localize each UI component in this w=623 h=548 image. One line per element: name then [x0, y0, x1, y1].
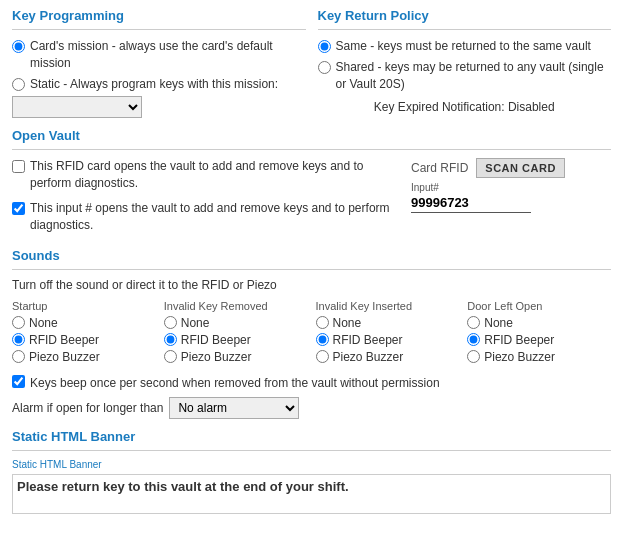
sound-startup-title: Startup: [12, 300, 156, 312]
sound-col-invalid-removed: Invalid Key Removed None RFID Beeper Pie…: [164, 300, 308, 367]
ikr-none-row: None: [164, 316, 308, 330]
dlo-rfid-label: RFID Beeper: [484, 333, 554, 347]
static-html-banner-title: Static HTML Banner: [12, 429, 611, 444]
keys-beep-row: Keys beep once per second when removed f…: [12, 375, 611, 392]
open-vault-section: Open Vault This RFID card opens the vaul…: [12, 128, 611, 237]
iki-rfid-label: RFID Beeper: [333, 333, 403, 347]
key-return-option2-row: Shared - keys may be returned to any vau…: [318, 59, 612, 93]
ikr-piezo-radio[interactable]: [164, 350, 177, 363]
ikr-rfid-label: RFID Beeper: [181, 333, 251, 347]
open-vault-checkbox2-row: This input # opens the vault to add and …: [12, 200, 395, 234]
open-vault-checkbox1[interactable]: [12, 160, 25, 173]
startup-rfid-label: RFID Beeper: [29, 333, 99, 347]
key-return-radio1[interactable]: [318, 40, 331, 53]
open-vault-title: Open Vault: [12, 128, 611, 143]
sounds-title: Sounds: [12, 248, 611, 263]
iki-piezo-radio[interactable]: [316, 350, 329, 363]
key-programming-option2-row: Static - Always program keys with this m…: [12, 76, 306, 93]
card-rfid-area: Card RFID SCAN CARD Input#: [411, 158, 611, 213]
sound-invalid-removed-title: Invalid Key Removed: [164, 300, 308, 312]
sound-col-invalid-inserted: Invalid Key Inserted None RFID Beeper Pi…: [316, 300, 460, 367]
iki-none-row: None: [316, 316, 460, 330]
startup-piezo-radio[interactable]: [12, 350, 25, 363]
banner-sub-label: Static HTML Banner: [12, 459, 611, 470]
banner-textarea[interactable]: Please return key to this vault at the e…: [12, 474, 611, 514]
startup-none-radio[interactable]: [12, 316, 25, 329]
rfid-value-input[interactable]: [411, 193, 531, 213]
dlo-none-label: None: [484, 316, 513, 330]
ikr-rfid-row: RFID Beeper: [164, 333, 308, 347]
dlo-none-radio[interactable]: [467, 316, 480, 329]
ikr-rfid-radio[interactable]: [164, 333, 177, 346]
iki-piezo-row: Piezo Buzzer: [316, 350, 460, 364]
dlo-none-row: None: [467, 316, 611, 330]
sound-door-open-title: Door Left Open: [467, 300, 611, 312]
dlo-rfid-row: RFID Beeper: [467, 333, 611, 347]
sound-invalid-inserted-title: Invalid Key Inserted: [316, 300, 460, 312]
ikr-piezo-label: Piezo Buzzer: [181, 350, 252, 364]
key-programming-label2: Static - Always program keys with this m…: [30, 76, 278, 93]
keys-beep-checkbox[interactable]: [12, 375, 25, 388]
ikr-piezo-row: Piezo Buzzer: [164, 350, 308, 364]
dlo-piezo-row: Piezo Buzzer: [467, 350, 611, 364]
key-programming-section: Key Programming Card's mission - always …: [12, 8, 306, 118]
iki-rfid-radio[interactable]: [316, 333, 329, 346]
key-programming-title: Key Programming: [12, 8, 306, 23]
key-programming-option1-row: Card's mission - always use the card's d…: [12, 38, 306, 72]
startup-none-label: None: [29, 316, 58, 330]
startup-rfid-row: RFID Beeper: [12, 333, 156, 347]
keys-beep-label: Keys beep once per second when removed f…: [30, 375, 440, 392]
rfid-sub-label: Input#: [411, 182, 611, 193]
static-dropdown-row: [12, 96, 306, 118]
open-vault-checkbox1-row: This RFID card opens the vault to add an…: [12, 158, 395, 192]
key-return-option1-row: Same - keys must be returned to the same…: [318, 38, 612, 55]
alarm-select[interactable]: No alarm: [169, 397, 299, 419]
alarm-row: Alarm if open for longer than No alarm: [12, 397, 611, 419]
startup-none-row: None: [12, 316, 156, 330]
open-vault-right: Card RFID SCAN CARD Input#: [411, 158, 611, 237]
sound-col-startup: Startup None RFID Beeper Piezo Buzzer: [12, 300, 156, 367]
key-return-label2: Shared - keys may be returned to any vau…: [336, 59, 612, 93]
key-programming-radio1[interactable]: [12, 40, 25, 53]
key-expired-notification: Key Expired Notification: Disabled: [318, 100, 612, 114]
static-mission-select[interactable]: [12, 96, 142, 118]
open-vault-label1: This RFID card opens the vault to add an…: [30, 158, 395, 192]
open-vault-checkbox2[interactable]: [12, 202, 25, 215]
ikr-none-radio[interactable]: [164, 316, 177, 329]
dlo-piezo-radio[interactable]: [467, 350, 480, 363]
ikr-none-label: None: [181, 316, 210, 330]
iki-rfid-row: RFID Beeper: [316, 333, 460, 347]
startup-piezo-label: Piezo Buzzer: [29, 350, 100, 364]
sound-col-door-open: Door Left Open None RFID Beeper Piezo Bu…: [467, 300, 611, 367]
key-return-label1: Same - keys must be returned to the same…: [336, 38, 591, 55]
rfid-input-area: Input#: [411, 182, 611, 213]
card-rfid-label: Card RFID: [411, 161, 468, 175]
dlo-piezo-label: Piezo Buzzer: [484, 350, 555, 364]
key-return-policy-section: Key Return Policy Same - keys must be re…: [318, 8, 612, 118]
alarm-label: Alarm if open for longer than: [12, 401, 163, 415]
iki-none-radio[interactable]: [316, 316, 329, 329]
key-return-policy-title: Key Return Policy: [318, 8, 612, 23]
iki-none-label: None: [333, 316, 362, 330]
startup-piezo-row: Piezo Buzzer: [12, 350, 156, 364]
static-html-banner-section: Static HTML Banner Static HTML Banner Pl…: [12, 429, 611, 517]
card-rfid-label-row: Card RFID SCAN CARD: [411, 158, 611, 178]
open-vault-label2: This input # opens the vault to add and …: [30, 200, 395, 234]
startup-rfid-radio[interactable]: [12, 333, 25, 346]
key-programming-radio2[interactable]: [12, 78, 25, 91]
sounds-section: Sounds Turn off the sound or direct it t…: [12, 248, 611, 420]
sounds-columns: Startup None RFID Beeper Piezo Buzzer In…: [12, 300, 611, 367]
scan-card-button[interactable]: SCAN CARD: [476, 158, 565, 178]
open-vault-left: This RFID card opens the vault to add an…: [12, 158, 395, 237]
key-programming-label1: Card's mission - always use the card's d…: [30, 38, 306, 72]
iki-piezo-label: Piezo Buzzer: [333, 350, 404, 364]
key-return-radio2[interactable]: [318, 61, 331, 74]
dlo-rfid-radio[interactable]: [467, 333, 480, 346]
sounds-subtitle: Turn off the sound or direct it to the R…: [12, 278, 611, 292]
